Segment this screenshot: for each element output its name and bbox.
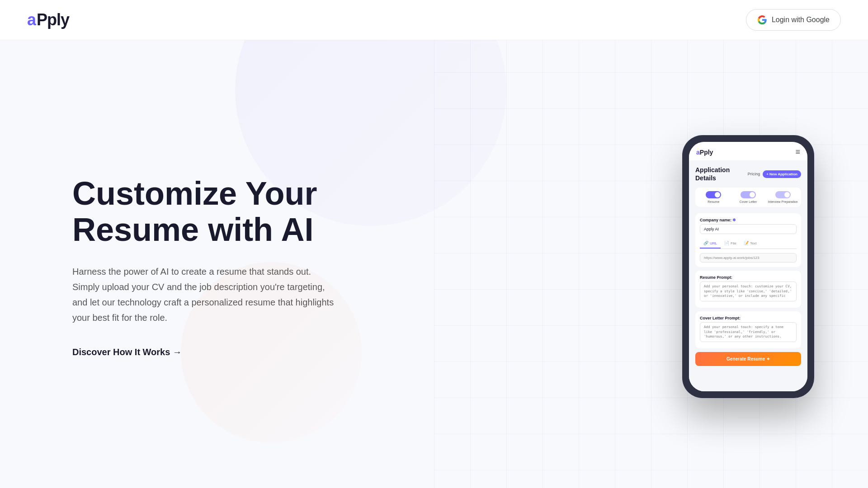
- phone-topbar: aPply ≡: [689, 142, 807, 160]
- phone-logo-pply: Pply: [700, 149, 713, 156]
- header: aPply Login with Google: [0, 0, 868, 40]
- phone-app-logo: aPply: [696, 149, 713, 156]
- source-tabs: 🔗 URL 📄 File 📝 Text: [700, 239, 797, 249]
- logo-pply-part: Pply: [37, 10, 69, 29]
- required-indicator: ✱: [732, 218, 736, 222]
- pricing-link[interactable]: Pricing: [748, 172, 760, 176]
- url-tab-label: URL: [710, 241, 717, 245]
- company-name-label: Company name: ✱: [700, 218, 797, 222]
- company-name-card: Company name: ✱ 🔗 URL 📄: [695, 213, 801, 267]
- url-icon: 🔗: [703, 241, 708, 245]
- interview-toggle[interactable]: [775, 191, 791, 198]
- cover-letter-prompt-label: Cover Letter Prompt:: [700, 316, 797, 320]
- interview-toggle-knob: [784, 192, 790, 197]
- hero-description: Harness the power of AI to create a resu…: [72, 264, 335, 325]
- cover-letter-toggle-label: Cover Letter: [740, 200, 757, 203]
- company-name-input[interactable]: [700, 224, 797, 234]
- new-application-button[interactable]: + New Application: [763, 170, 801, 178]
- app-details-header: ApplicationDetails Pricing + New Applica…: [695, 166, 801, 182]
- resume-prompt-card: Resume Prompt:: [695, 271, 801, 308]
- discover-how-it-works-link[interactable]: Discover How It Works →: [72, 347, 182, 357]
- resume-toggle-knob: [715, 192, 720, 197]
- logo-ai-part: a: [27, 10, 36, 29]
- file-tab[interactable]: 📄 File: [721, 239, 740, 249]
- phone-logo-ai: a: [696, 149, 700, 156]
- text-tab[interactable]: 📝 Text: [740, 239, 760, 249]
- file-icon: 📄: [724, 241, 729, 245]
- app-details-title: ApplicationDetails: [695, 166, 730, 182]
- interview-toggle-item: Interview Preparation: [767, 191, 798, 203]
- interview-toggle-label: Interview Preparation: [768, 200, 798, 203]
- phone-outer-shell: aPply ≡ ApplicationDetails Pricing + New…: [683, 136, 814, 398]
- cover-letter-toggle[interactable]: [741, 191, 756, 198]
- cover-letter-toggle-knob: [750, 192, 755, 197]
- phone-mockup-container: aPply ≡ ApplicationDetails Pricing + New…: [683, 136, 814, 398]
- cover-letter-prompt-card: Cover Letter Prompt:: [695, 311, 801, 348]
- hero-section: Customize Your Resume with AI Harness th…: [72, 176, 380, 357]
- main-content: Customize Your Resume with AI Harness th…: [0, 0, 868, 488]
- feature-toggles-row: Resume Cover Letter Interv: [695, 188, 801, 207]
- phone-menu-icon[interactable]: ≡: [795, 147, 800, 157]
- resume-toggle-label: Resume: [708, 200, 719, 203]
- file-tab-label: File: [731, 241, 736, 245]
- login-button-label: Login with Google: [772, 16, 830, 24]
- resume-toggle[interactable]: [706, 191, 721, 198]
- cover-letter-prompt-textarea[interactable]: [700, 322, 797, 342]
- resume-toggle-item: Resume: [698, 191, 729, 203]
- google-icon: [757, 15, 767, 25]
- logo: aPply: [27, 10, 69, 29]
- login-with-google-button[interactable]: Login with Google: [746, 9, 841, 31]
- phone-screen: aPply ≡ ApplicationDetails Pricing + New…: [689, 142, 807, 391]
- text-tab-label: Text: [750, 241, 757, 245]
- resume-prompt-label: Resume Prompt:: [700, 275, 797, 280]
- phone-content-area: ApplicationDetails Pricing + New Applica…: [689, 160, 807, 391]
- hero-title: Customize Your Resume with AI: [72, 176, 380, 247]
- generate-resume-button[interactable]: Generate Resume ✦: [695, 352, 801, 366]
- text-icon: 📝: [744, 241, 749, 245]
- url-input[interactable]: [700, 253, 797, 263]
- resume-prompt-textarea[interactable]: [700, 282, 797, 301]
- url-tab[interactable]: 🔗 URL: [700, 239, 721, 249]
- app-details-actions: Pricing + New Application: [748, 170, 801, 178]
- cover-letter-toggle-item: Cover Letter: [733, 191, 764, 203]
